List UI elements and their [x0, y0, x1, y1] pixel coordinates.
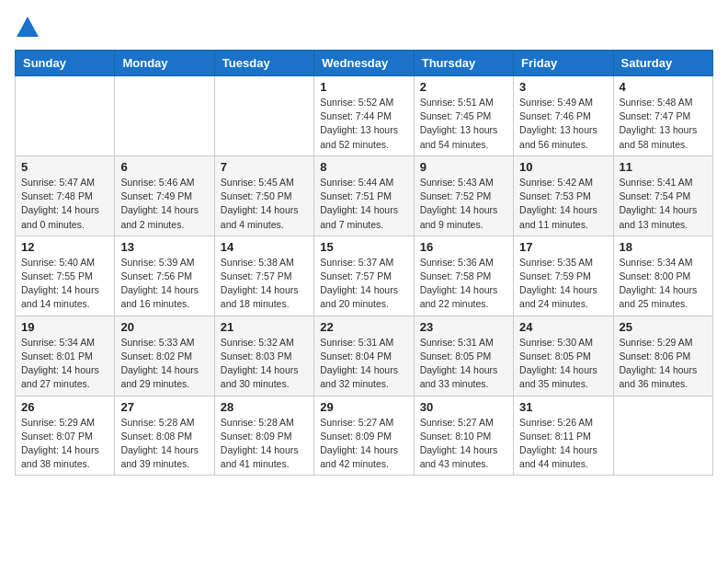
calendar-cell: 22Sunrise: 5:31 AM Sunset: 8:04 PM Dayli… [314, 316, 414, 396]
calendar-cell: 9Sunrise: 5:43 AM Sunset: 7:52 PM Daylig… [414, 155, 513, 236]
day-number: 12 [21, 240, 108, 254]
weekday-header: Friday [514, 51, 613, 76]
day-number: 22 [320, 320, 407, 334]
weekday-header: Monday [115, 51, 214, 76]
calendar-cell: 27Sunrise: 5:28 AM Sunset: 8:08 PM Dayli… [115, 396, 214, 476]
day-number: 9 [420, 160, 507, 174]
calendar-cell: 11Sunrise: 5:41 AM Sunset: 7:54 PM Dayli… [613, 155, 712, 236]
day-number: 10 [519, 160, 607, 174]
day-info: Sunrise: 5:33 AM Sunset: 8:02 PM Dayligh… [120, 336, 208, 392]
calendar-cell: 13Sunrise: 5:39 AM Sunset: 7:56 PM Dayli… [115, 236, 214, 316]
calendar-cell: 1Sunrise: 5:52 AM Sunset: 7:44 PM Daylig… [314, 76, 414, 156]
calendar-cell: 26Sunrise: 5:29 AM Sunset: 8:07 PM Dayli… [16, 396, 115, 476]
calendar-cell: 29Sunrise: 5:27 AM Sunset: 8:09 PM Dayli… [314, 396, 414, 476]
day-info: Sunrise: 5:28 AM Sunset: 8:09 PM Dayligh… [221, 416, 308, 472]
day-number: 24 [519, 320, 607, 334]
day-info: Sunrise: 5:36 AM Sunset: 7:58 PM Dayligh… [420, 256, 507, 312]
day-info: Sunrise: 5:44 AM Sunset: 7:51 PM Dayligh… [320, 176, 407, 232]
day-number: 8 [320, 160, 407, 174]
day-number: 2 [420, 80, 507, 94]
calendar-table: SundayMondayTuesdayWednesdayThursdayFrid… [15, 50, 713, 476]
day-number: 16 [420, 240, 507, 254]
calendar-cell: 25Sunrise: 5:29 AM Sunset: 8:06 PM Dayli… [613, 316, 712, 396]
day-info: Sunrise: 5:26 AM Sunset: 8:11 PM Dayligh… [519, 416, 607, 472]
day-number: 3 [519, 80, 607, 94]
day-info: Sunrise: 5:29 AM Sunset: 8:07 PM Dayligh… [21, 416, 108, 472]
day-info: Sunrise: 5:46 AM Sunset: 7:49 PM Dayligh… [120, 176, 208, 232]
calendar-cell: 18Sunrise: 5:34 AM Sunset: 8:00 PM Dayli… [613, 236, 712, 316]
day-info: Sunrise: 5:28 AM Sunset: 8:08 PM Dayligh… [120, 416, 208, 472]
weekday-header: Saturday [613, 51, 712, 76]
day-number: 27 [120, 400, 208, 414]
day-number: 4 [620, 80, 707, 94]
calendar-cell [214, 76, 313, 156]
logo [15, 15, 44, 40]
day-number: 15 [320, 240, 407, 254]
day-info: Sunrise: 5:34 AM Sunset: 8:01 PM Dayligh… [21, 336, 108, 392]
calendar-cell: 7Sunrise: 5:45 AM Sunset: 7:50 PM Daylig… [214, 155, 313, 236]
day-info: Sunrise: 5:45 AM Sunset: 7:50 PM Dayligh… [221, 176, 308, 232]
day-number: 28 [221, 400, 308, 414]
calendar-week-row: 12Sunrise: 5:40 AM Sunset: 7:55 PM Dayli… [16, 236, 713, 316]
calendar-week-row: 1Sunrise: 5:52 AM Sunset: 7:44 PM Daylig… [16, 76, 713, 156]
day-info: Sunrise: 5:48 AM Sunset: 7:47 PM Dayligh… [620, 96, 707, 152]
day-number: 26 [21, 400, 108, 414]
calendar-cell: 4Sunrise: 5:48 AM Sunset: 7:47 PM Daylig… [613, 76, 712, 156]
day-info: Sunrise: 5:29 AM Sunset: 8:06 PM Dayligh… [620, 336, 707, 392]
day-number: 20 [120, 320, 208, 334]
calendar-cell: 28Sunrise: 5:28 AM Sunset: 8:09 PM Dayli… [214, 396, 313, 476]
calendar-week-row: 26Sunrise: 5:29 AM Sunset: 8:07 PM Dayli… [16, 396, 713, 476]
calendar-cell: 2Sunrise: 5:51 AM Sunset: 7:45 PM Daylig… [414, 76, 513, 156]
day-info: Sunrise: 5:47 AM Sunset: 7:48 PM Dayligh… [21, 176, 108, 232]
calendar-cell: 19Sunrise: 5:34 AM Sunset: 8:01 PM Dayli… [16, 316, 115, 396]
day-number: 13 [120, 240, 208, 254]
day-number: 7 [221, 160, 308, 174]
day-number: 19 [21, 320, 108, 334]
calendar-cell: 5Sunrise: 5:47 AM Sunset: 7:48 PM Daylig… [16, 155, 115, 236]
day-info: Sunrise: 5:31 AM Sunset: 8:05 PM Dayligh… [420, 336, 507, 392]
calendar-cell [16, 76, 115, 156]
day-info: Sunrise: 5:30 AM Sunset: 8:05 PM Dayligh… [519, 336, 607, 392]
calendar-cell: 14Sunrise: 5:38 AM Sunset: 7:57 PM Dayli… [214, 236, 313, 316]
day-info: Sunrise: 5:49 AM Sunset: 7:46 PM Dayligh… [519, 96, 607, 152]
day-info: Sunrise: 5:52 AM Sunset: 7:44 PM Dayligh… [320, 96, 407, 152]
calendar-cell: 30Sunrise: 5:27 AM Sunset: 8:10 PM Dayli… [414, 396, 513, 476]
day-number: 11 [620, 160, 707, 174]
calendar-cell: 16Sunrise: 5:36 AM Sunset: 7:58 PM Dayli… [414, 236, 513, 316]
calendar-cell: 20Sunrise: 5:33 AM Sunset: 8:02 PM Dayli… [115, 316, 214, 396]
calendar-cell: 3Sunrise: 5:49 AM Sunset: 7:46 PM Daylig… [514, 76, 613, 156]
day-number: 30 [420, 400, 507, 414]
day-number: 31 [519, 400, 607, 414]
day-info: Sunrise: 5:42 AM Sunset: 7:53 PM Dayligh… [519, 176, 607, 232]
calendar-cell: 6Sunrise: 5:46 AM Sunset: 7:49 PM Daylig… [115, 155, 214, 236]
day-info: Sunrise: 5:35 AM Sunset: 7:59 PM Dayligh… [519, 256, 607, 312]
weekday-header: Wednesday [314, 51, 414, 76]
day-info: Sunrise: 5:37 AM Sunset: 7:57 PM Dayligh… [320, 256, 407, 312]
day-info: Sunrise: 5:34 AM Sunset: 8:00 PM Dayligh… [620, 256, 707, 312]
day-info: Sunrise: 5:38 AM Sunset: 7:57 PM Dayligh… [221, 256, 308, 312]
weekday-header: Tuesday [214, 51, 313, 76]
calendar-cell: 31Sunrise: 5:26 AM Sunset: 8:11 PM Dayli… [514, 396, 613, 476]
calendar-cell: 23Sunrise: 5:31 AM Sunset: 8:05 PM Dayli… [414, 316, 513, 396]
day-info: Sunrise: 5:41 AM Sunset: 7:54 PM Dayligh… [620, 176, 707, 232]
day-info: Sunrise: 5:31 AM Sunset: 8:04 PM Dayligh… [320, 336, 407, 392]
day-number: 23 [420, 320, 507, 334]
weekday-header: Thursday [414, 51, 513, 76]
calendar-cell: 21Sunrise: 5:32 AM Sunset: 8:03 PM Dayli… [214, 316, 313, 396]
day-info: Sunrise: 5:32 AM Sunset: 8:03 PM Dayligh… [221, 336, 308, 392]
day-number: 6 [120, 160, 208, 174]
calendar-week-row: 19Sunrise: 5:34 AM Sunset: 8:01 PM Dayli… [16, 316, 713, 396]
calendar-cell: 15Sunrise: 5:37 AM Sunset: 7:57 PM Dayli… [314, 236, 414, 316]
day-info: Sunrise: 5:39 AM Sunset: 7:56 PM Dayligh… [120, 256, 208, 312]
day-info: Sunrise: 5:43 AM Sunset: 7:52 PM Dayligh… [420, 176, 507, 232]
day-info: Sunrise: 5:27 AM Sunset: 8:10 PM Dayligh… [420, 416, 507, 472]
logo-icon [15, 15, 40, 40]
weekday-header: Sunday [16, 51, 115, 76]
calendar-header-row: SundayMondayTuesdayWednesdayThursdayFrid… [16, 51, 713, 76]
day-number: 21 [221, 320, 308, 334]
calendar-cell: 8Sunrise: 5:44 AM Sunset: 7:51 PM Daylig… [314, 155, 414, 236]
calendar-cell: 17Sunrise: 5:35 AM Sunset: 7:59 PM Dayli… [514, 236, 613, 316]
day-number: 14 [221, 240, 308, 254]
calendar-week-row: 5Sunrise: 5:47 AM Sunset: 7:48 PM Daylig… [16, 155, 713, 236]
day-number: 29 [320, 400, 407, 414]
